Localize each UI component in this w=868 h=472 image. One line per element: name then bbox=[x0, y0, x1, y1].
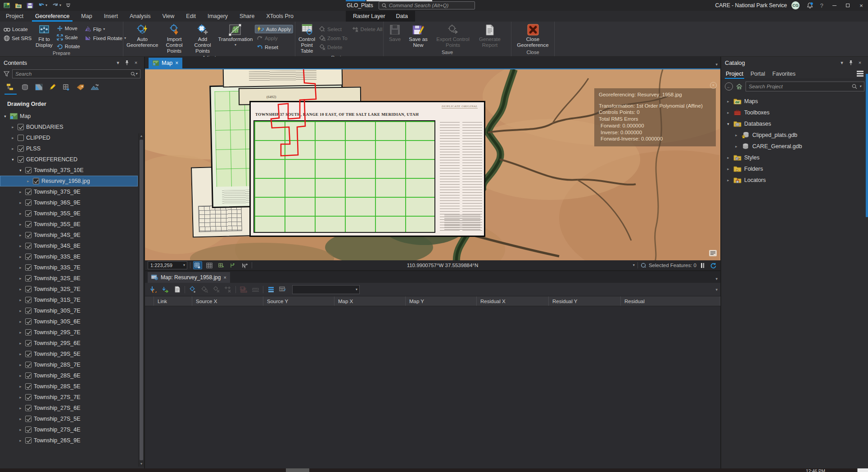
layer-visibility-checkbox[interactable] bbox=[25, 221, 32, 227]
layer-item-township-28s-7e[interactable]: ▸Township_28S_7E bbox=[0, 359, 138, 370]
catalog-tab-portal[interactable]: Portal bbox=[750, 68, 765, 79]
layer-visibility-checkbox[interactable] bbox=[25, 264, 32, 271]
filter-icon[interactable] bbox=[4, 71, 9, 77]
scale-button[interactable]: Scale bbox=[55, 33, 82, 41]
flip-button[interactable]: Flip▾ bbox=[83, 25, 128, 33]
locate-button[interactable]: Locate bbox=[2, 25, 33, 33]
expand-toggle-icon[interactable]: ▸ bbox=[726, 99, 731, 104]
docked-pane-edge-strip[interactable] bbox=[866, 74, 868, 217]
apply-button[interactable]: Apply bbox=[255, 34, 293, 42]
export-control-points-button[interactable]: Export Control Points bbox=[432, 23, 474, 49]
redo-button[interactable]: ▾ bbox=[51, 2, 62, 9]
layer-item-township-31s-7e[interactable]: ▸Township_31S_7E bbox=[0, 295, 138, 305]
expand-toggle-icon[interactable]: ▸ bbox=[18, 373, 23, 378]
scale-combobox[interactable]: 1:223,259 ▾ bbox=[148, 261, 187, 269]
layer-item-township-28s-6e[interactable]: ▸Township_28S_6E bbox=[0, 370, 138, 381]
close-georeference-button[interactable]: Close Georeference bbox=[514, 23, 552, 49]
expand-toggle-icon[interactable]: ▸ bbox=[18, 363, 23, 367]
layer-visibility-checkbox[interactable] bbox=[25, 427, 32, 433]
layer-visibility-checkbox[interactable] bbox=[25, 167, 32, 173]
layer-visibility-checkbox[interactable] bbox=[25, 200, 32, 206]
expand-toggle-icon[interactable]: ▸ bbox=[18, 395, 23, 399]
coordinates-chevron-icon[interactable]: ▾ bbox=[633, 263, 635, 267]
command-search-input[interactable]: Command Search (Alt+Q) bbox=[379, 1, 475, 9]
catalog-item-databases[interactable]: ▾Databases bbox=[721, 118, 868, 129]
save-as-new-button[interactable]: Save as New bbox=[405, 23, 431, 49]
layer-visibility-checkbox[interactable] bbox=[18, 156, 24, 163]
layer-visibility-checkbox[interactable] bbox=[25, 308, 32, 314]
layer-item-township-29s-6e[interactable]: ▸Township_29S_6E bbox=[0, 338, 138, 349]
catalog-search-input[interactable]: Search Project ▾ bbox=[746, 82, 864, 91]
catalog-menu-icon[interactable] bbox=[857, 68, 863, 79]
import-control-points-icon[interactable] bbox=[149, 285, 158, 295]
search-options-chevron-icon[interactable]: ▾ bbox=[136, 72, 137, 76]
contents-scrollbar[interactable]: ▲▼ bbox=[138, 133, 144, 467]
pane-menu-chevron-icon[interactable]: ▾ bbox=[837, 58, 846, 67]
layer-item-township-34s-8e[interactable]: ▸Township_34S_8E bbox=[0, 241, 138, 251]
column-header-map-x[interactable]: Map X bbox=[335, 296, 406, 306]
expand-toggle-icon[interactable]: ▸ bbox=[18, 298, 23, 302]
layer-visibility-checkbox[interactable] bbox=[25, 394, 32, 400]
zoom-to-control-point-icon[interactable] bbox=[199, 285, 209, 295]
panel-tab-overflow-chevron-icon[interactable]: ▾ bbox=[715, 277, 718, 281]
ribbon-tab-imagery[interactable]: Imagery bbox=[202, 11, 234, 22]
close-pane-icon[interactable]: × bbox=[855, 58, 864, 67]
windows-taskbar-sliver[interactable]: 12:46 PM bbox=[0, 468, 868, 472]
contextual-tab-data[interactable]: Data bbox=[391, 11, 413, 22]
expand-toggle-icon[interactable]: ▸ bbox=[18, 406, 23, 410]
layer-item-township-27s-6e[interactable]: ▸Township_27S_6E bbox=[0, 403, 138, 413]
residuals-map-units-icon[interactable] bbox=[250, 285, 260, 295]
layer-item-township-27s-5e[interactable]: ▸Township_27S_5E bbox=[0, 413, 138, 424]
auto-georeference-button[interactable]: Auto Georeference bbox=[125, 23, 159, 49]
close-pane-icon[interactable]: × bbox=[131, 58, 140, 67]
layer-item-township-30s-6e[interactable]: ▸Township_30S_6E bbox=[0, 316, 138, 327]
layer-item-township-33s-8e[interactable]: ▸Township_33S_8E bbox=[0, 251, 138, 262]
pin-icon[interactable] bbox=[846, 58, 855, 67]
layer-visibility-checkbox[interactable] bbox=[18, 145, 24, 152]
layer-visibility-checkbox[interactable] bbox=[25, 340, 32, 346]
layer-item-township-35s-9e[interactable]: ▸Township_35S_9E bbox=[0, 208, 138, 219]
fit-to-display-button[interactable]: Fit to Display bbox=[34, 23, 54, 49]
back-icon[interactable]: ← bbox=[725, 82, 733, 91]
layer-item-map[interactable]: ▾Map bbox=[0, 111, 138, 122]
layer-item-township-33s-7e[interactable]: ▸Township_33S_7E bbox=[0, 262, 138, 273]
expand-toggle-icon[interactable]: ▾ bbox=[3, 114, 8, 118]
catalog-item-toolboxes[interactable]: ▸Toolboxes bbox=[721, 107, 868, 118]
pause-drawing-icon[interactable] bbox=[701, 263, 704, 268]
catalog-item-clipped-plats-gdb[interactable]: ▸Clipped_plats.gdb bbox=[721, 129, 868, 141]
undo-button[interactable]: ▾ bbox=[37, 2, 48, 9]
layer-item-georeferenced[interactable]: ▾GEOREFERENCED bbox=[0, 154, 138, 165]
ribbon-tab-view[interactable]: View bbox=[156, 11, 180, 22]
expand-toggle-icon[interactable]: ▾ bbox=[726, 122, 731, 126]
expand-toggle-icon[interactable]: ▸ bbox=[18, 427, 23, 432]
taskbar-app-button[interactable] bbox=[286, 468, 309, 472]
expand-toggle-icon[interactable]: ▸ bbox=[18, 244, 23, 248]
filter-transformation-icon[interactable] bbox=[278, 285, 288, 295]
open-project-icon[interactable] bbox=[14, 2, 23, 9]
layer-item-township-27s-4e[interactable]: ▸Township_27S_4E bbox=[0, 424, 138, 435]
layer-item-township-28s-5e[interactable]: ▸Township_28S_5E bbox=[0, 381, 138, 392]
move-button[interactable]: Move bbox=[55, 24, 82, 32]
restore-button[interactable] bbox=[841, 0, 854, 11]
expand-toggle-icon[interactable]: ▸ bbox=[18, 341, 23, 345]
contents-search-input[interactable]: Search ▾ bbox=[12, 69, 140, 78]
close-map-tab-icon[interactable]: × bbox=[175, 60, 178, 66]
layer-item-township-27s-7e[interactable]: ▸Township_27S_7E bbox=[0, 392, 138, 403]
north-arrow-icon[interactable] bbox=[240, 261, 249, 269]
grid-view-icon[interactable] bbox=[205, 261, 214, 269]
delete-control-point-icon[interactable] bbox=[211, 285, 221, 295]
delete-all-control-points-icon[interactable] bbox=[223, 285, 233, 295]
layer-visibility-checkbox[interactable] bbox=[18, 135, 24, 141]
layer-item-clipped[interactable]: ▸CLIPPED bbox=[0, 132, 138, 143]
expand-toggle-icon[interactable]: ▸ bbox=[18, 384, 23, 389]
redo-dropdown-icon[interactable]: ▾ bbox=[59, 4, 61, 7]
expand-toggle-icon[interactable]: ▸ bbox=[18, 211, 23, 216]
layer-item-plss[interactable]: ▸PLSS bbox=[0, 143, 138, 154]
catalog-item-care-general-gdb[interactable]: ▸CARE_General.gdb bbox=[721, 141, 868, 152]
layer-item-township-26s-9e[interactable]: ▸Township_26S_9E bbox=[0, 435, 138, 446]
link-table-tab[interactable]: Map: Resurvey_1958.jpg × bbox=[148, 272, 230, 283]
import-control-points-button[interactable]: Import Control Points bbox=[160, 23, 188, 55]
column-header-source-x[interactable]: Source X bbox=[192, 296, 263, 306]
expand-toggle-icon[interactable]: ▸ bbox=[18, 417, 23, 421]
search-options-chevron-icon[interactable]: ▾ bbox=[859, 85, 861, 88]
